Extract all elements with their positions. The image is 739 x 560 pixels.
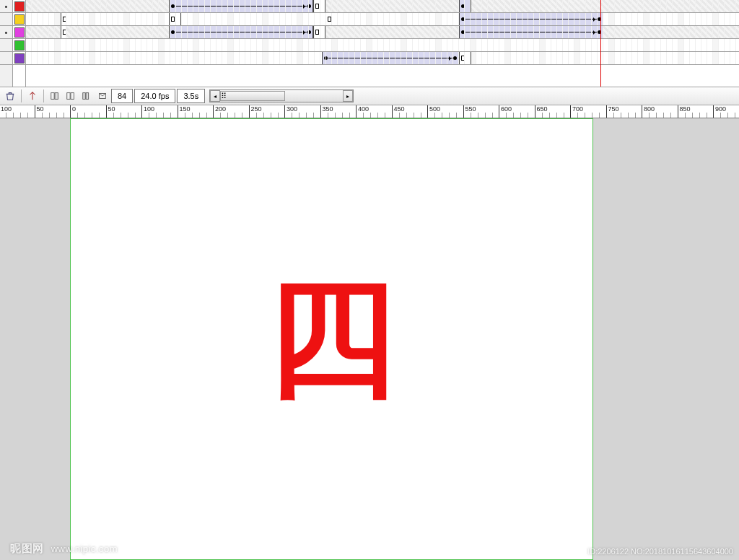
separator (43, 89, 44, 102)
keyframe-span[interactable] (459, 13, 603, 25)
playhead[interactable] (600, 0, 601, 87)
layer-color-swatch[interactable] (13, 26, 25, 39)
layer-ctrl[interactable] (0, 39, 12, 52)
keyframe-span[interactable] (61, 26, 66, 38)
center-frame-icon[interactable] (25, 89, 40, 103)
edit-multiple-frames-icon[interactable] (79, 89, 94, 103)
keyframe-span[interactable] (459, 0, 471, 12)
svg-rect-3 (71, 93, 74, 100)
svg-rect-5 (86, 93, 89, 100)
ruler-tick: 850 (678, 105, 714, 118)
keyframe-span[interactable] (169, 13, 181, 25)
ruler-tick: 0 (70, 105, 106, 118)
ruler-tick: 50 (35, 105, 71, 118)
svg-rect-2 (67, 93, 70, 100)
ruler-tick: 700 (570, 105, 606, 118)
ruler-tick: 100 (0, 105, 35, 118)
stage-canvas[interactable]: 四 (70, 118, 593, 560)
timeline-track[interactable] (26, 0, 739, 13)
scrollbar-thumb[interactable]: ⠿ (220, 91, 285, 101)
svg-rect-4 (83, 93, 86, 100)
horizontal-ruler[interactable]: 1005005010015020025030035040045050055060… (0, 105, 739, 118)
layer-ctrl[interactable] (0, 52, 12, 65)
ruler-tick: 150 (178, 105, 214, 118)
ruler-tick: 400 (356, 105, 392, 118)
keyframe-span[interactable] (169, 0, 313, 12)
watermark-id: ID:2206122 NO:20181016115643604000 (587, 547, 733, 556)
ruler-tick: 650 (535, 105, 571, 118)
keyframe-span[interactable] (313, 26, 325, 38)
scroll-right-icon[interactable]: ▸ (343, 90, 353, 102)
watermark-brand: 昵图网 www.nipic.com (10, 542, 118, 556)
layer-bullet-icon: • (0, 0, 12, 13)
ruler-tick: 350 (320, 105, 357, 118)
timeline-track[interactable] (26, 26, 739, 39)
frame-rate-field[interactable]: 24.0 fps (134, 89, 175, 103)
ruler-tick: 200 (213, 105, 249, 118)
current-frame-field[interactable]: 84 (111, 89, 133, 103)
svg-rect-1 (55, 93, 58, 100)
layer-ctrl[interactable]: • (0, 0, 12, 13)
layer-color-column (13, 0, 26, 87)
frames-area[interactable] (26, 0, 739, 87)
scroll-left-icon[interactable]: ◂ (210, 90, 220, 102)
ruler-tick: 900 (713, 105, 739, 118)
watermark-brand-text: 昵图网 (10, 542, 44, 554)
ruler-tick: 250 (249, 105, 285, 118)
keyframe-span[interactable] (61, 13, 66, 25)
ruler-tick: 50 (106, 105, 142, 118)
layer-color-swatch[interactable] (13, 39, 25, 52)
layer-color-swatch[interactable] (13, 0, 25, 13)
timeline-status-bar: 84 24.0 fps 3.5s ◂ ⠿ ▸ (0, 87, 739, 105)
modify-markers-icon[interactable] (95, 89, 110, 103)
layer-bullet-icon: • (0, 26, 12, 39)
timeline-track[interactable] (26, 39, 739, 52)
keyframe-span[interactable] (325, 13, 338, 25)
keyframe-span[interactable] (169, 26, 313, 38)
separator (21, 89, 22, 102)
layer-ctrl[interactable]: • (0, 26, 12, 39)
layer-color-swatch[interactable] (13, 52, 25, 65)
elapsed-time-field: 3.5s (177, 89, 205, 103)
trash-icon[interactable] (3, 89, 17, 103)
ruler-tick: 100 (141, 105, 178, 118)
keyframe-span[interactable] (322, 52, 459, 64)
onion-skin-outline-icon[interactable] (64, 89, 78, 103)
layer-ctrl[interactable] (0, 13, 12, 26)
ruler-tick: 750 (606, 105, 642, 118)
ruler-tick: 800 (642, 105, 678, 118)
keyframe-span[interactable] (459, 26, 603, 38)
timeline-scrollbar[interactable]: ◂ ⠿ ▸ (209, 89, 354, 102)
ruler-tick: 450 (392, 105, 428, 118)
ruler-tick: 600 (499, 105, 535, 118)
svg-rect-0 (51, 93, 54, 100)
timeline-track[interactable] (26, 52, 739, 65)
layer-control-column: • • (0, 0, 13, 87)
stage-area[interactable]: 四 (0, 118, 739, 560)
timeline-panel: • • (0, 0, 739, 87)
keyframe-span[interactable] (459, 52, 471, 64)
stage-glyph: 四 (267, 274, 397, 404)
ruler-tick: 300 (284, 105, 320, 118)
keyframe-span[interactable] (313, 0, 325, 12)
timeline-track[interactable] (26, 13, 739, 26)
ruler-tick: 550 (463, 105, 499, 118)
onion-skin-icon[interactable] (48, 89, 62, 103)
layer-color-swatch[interactable] (13, 13, 25, 26)
watermark-url: www.nipic.com (51, 543, 118, 554)
ruler-tick: 500 (427, 105, 463, 118)
